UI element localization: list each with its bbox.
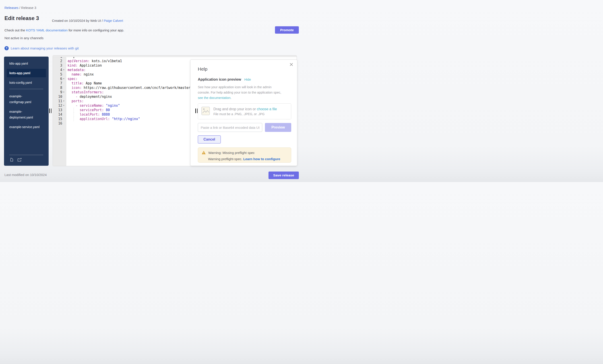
created-author-link[interactable]: Paige Calvert bbox=[104, 19, 123, 22]
line-number: 3 bbox=[53, 63, 62, 68]
code-text: - deployment/nginx bbox=[65, 94, 112, 99]
line-number: 4 bbox=[53, 68, 62, 72]
fold-arrow-icon[interactable]: ▼ bbox=[62, 77, 65, 81]
code-text: name: nginx bbox=[65, 72, 94, 77]
line-number: 1 bbox=[53, 57, 62, 59]
editor-top-strip bbox=[53, 55, 297, 57]
warning-icon bbox=[202, 151, 206, 154]
breadcrumb-current: Release 3 bbox=[21, 6, 36, 10]
fold-spacer bbox=[62, 112, 65, 117]
line-number: 6 bbox=[53, 77, 62, 81]
git-help-row: ? Learn about managing your releases wit… bbox=[4, 46, 79, 50]
file-list: k8s-app.yamlkots-app.yamlkots-config.yam… bbox=[4, 56, 49, 131]
choose-file-link[interactable]: choose a file bbox=[257, 107, 277, 111]
line-number: 2 bbox=[53, 59, 62, 63]
file-item-kots-config-yaml[interactable]: kots-config.yaml bbox=[4, 78, 49, 87]
code-text: - serviceName: "nginx" bbox=[65, 103, 120, 108]
code-text: statusInformers: bbox=[65, 90, 104, 94]
file-item-example-configmap-yaml[interactable]: example-configmap.yaml bbox=[4, 92, 49, 106]
help-title: Help bbox=[198, 66, 291, 72]
dropzone-text: Drag and drop your icon or bbox=[213, 107, 257, 111]
line-number: 9 bbox=[53, 90, 62, 94]
icon-preview-description: See how your application icon will look … bbox=[198, 84, 284, 100]
docs-prefix: Check out the bbox=[4, 28, 26, 32]
code-text: localPort: 8888 bbox=[65, 112, 110, 117]
fold-arrow-icon[interactable]: ▼ bbox=[62, 103, 65, 108]
fold-spacer bbox=[62, 117, 65, 121]
last-modified-text: Last modified on 10/10/2024 bbox=[4, 173, 46, 177]
line-number: 15 bbox=[53, 117, 62, 121]
question-icon: ? bbox=[4, 46, 9, 50]
page-title: Edit release 3 bbox=[4, 15, 39, 21]
file-item-example-service-yaml[interactable]: example-service.yaml bbox=[4, 123, 49, 131]
cancel-button[interactable]: Cancel bbox=[198, 135, 221, 143]
line-number: 11 bbox=[53, 99, 62, 103]
file-item-example-deployment-yaml[interactable]: example-deployment.yaml bbox=[4, 107, 49, 122]
sidebar-resize-handle[interactable] bbox=[49, 109, 51, 113]
line-number: 12 bbox=[53, 103, 62, 108]
fold-spacer bbox=[62, 59, 65, 63]
created-text: Created on 10/10/2024 by Web UI / bbox=[52, 19, 104, 22]
fold-arrow-icon[interactable]: ▼ bbox=[62, 99, 65, 103]
code-text: title: App Name bbox=[65, 81, 102, 86]
kots-yaml-docs-link[interactable]: KOTS YAML documentation bbox=[26, 28, 68, 32]
icon-dropzone[interactable]: Drag and drop your icon or choose a file… bbox=[198, 103, 291, 119]
file-sidebar: k8s-app.yamlkots-app.yamlkots-config.yam… bbox=[4, 56, 49, 166]
close-icon[interactable] bbox=[289, 62, 293, 67]
dropzone-note: File must be a .PNG, .JPEG, or .JPG bbox=[213, 112, 277, 116]
help-resize-handle[interactable] bbox=[195, 109, 197, 113]
line-number: 8 bbox=[53, 86, 62, 90]
code-text: metadata: bbox=[65, 68, 86, 72]
fold-spacer bbox=[62, 121, 65, 126]
icon-preview-title: Application icon preview bbox=[198, 77, 241, 82]
help-panel: Help Application icon preview Hide See h… bbox=[190, 59, 297, 166]
sidebar-bottom bbox=[4, 155, 49, 166]
code-text bbox=[65, 121, 68, 126]
preview-button[interactable]: Preview bbox=[265, 123, 291, 132]
fold-arrow-icon[interactable]: ▼ bbox=[62, 90, 65, 94]
see-documentation-link[interactable]: see the documentation bbox=[198, 96, 231, 99]
fold-spacer bbox=[62, 108, 65, 112]
code-line-1[interactable]: 1--- bbox=[53, 57, 297, 59]
code-text: kind: Application bbox=[65, 63, 102, 68]
docs-suffix: for more info on configuring your app. bbox=[68, 28, 124, 32]
text-cursor bbox=[74, 57, 74, 58]
icon-url-input[interactable] bbox=[198, 123, 262, 132]
image-placeholder-icon bbox=[201, 106, 210, 117]
code-text: spec: bbox=[65, 77, 78, 81]
code-text: ports: bbox=[65, 99, 84, 103]
fold-spacer bbox=[62, 57, 65, 59]
fold-spacer bbox=[62, 94, 65, 99]
hide-link[interactable]: Hide bbox=[244, 78, 251, 81]
line-number: 5 bbox=[53, 72, 62, 77]
line-number: 14 bbox=[53, 112, 62, 117]
file-item-k8s-app-yaml[interactable]: k8s-app.yaml bbox=[4, 59, 49, 68]
line-number: 16 bbox=[53, 121, 62, 126]
line-number: 7 bbox=[53, 81, 62, 86]
save-release-button[interactable]: Save release bbox=[268, 172, 299, 179]
promote-button[interactable]: Promote bbox=[275, 26, 299, 34]
warning-title: Warning: Missing preflight spec bbox=[208, 151, 255, 154]
code-text: servicePort: 80 bbox=[65, 108, 110, 112]
breadcrumb-separator: / bbox=[19, 6, 21, 10]
created-line: Created on 10/10/2024 by Web UI / Paige … bbox=[52, 19, 123, 22]
fold-spacer bbox=[62, 63, 65, 68]
code-text: applicationUrl: "http://nginx" bbox=[65, 117, 140, 121]
line-number: 10 bbox=[53, 94, 62, 99]
code-text: apiVersion: kots.io/v1beta1 bbox=[65, 59, 122, 63]
docs-line: Check out the KOTS YAML documentation fo… bbox=[4, 28, 124, 32]
learn-how-to-configure-link[interactable]: Learn how to configure bbox=[243, 157, 280, 161]
breadcrumb: Releases / Release 3 bbox=[4, 6, 36, 10]
fold-arrow-icon[interactable]: ▼ bbox=[62, 68, 65, 72]
channel-status: Not active in any channels bbox=[4, 36, 44, 40]
add-folder-icon[interactable] bbox=[17, 157, 22, 163]
preflight-warning-box: Warning: Missing preflight spec Warning … bbox=[198, 147, 291, 163]
code-text: icon: https://raw.githubusercontent.com/… bbox=[65, 86, 192, 90]
breadcrumb-releases-link[interactable]: Releases bbox=[4, 6, 19, 10]
git-releases-link[interactable]: Learn about managing your releases with … bbox=[11, 46, 79, 50]
add-file-icon[interactable] bbox=[9, 157, 14, 163]
code-text: --- bbox=[65, 57, 74, 59]
fold-spacer bbox=[62, 86, 65, 90]
file-item-kots-app-yaml[interactable]: kots-app.yaml bbox=[7, 69, 46, 77]
fold-spacer bbox=[62, 72, 65, 77]
